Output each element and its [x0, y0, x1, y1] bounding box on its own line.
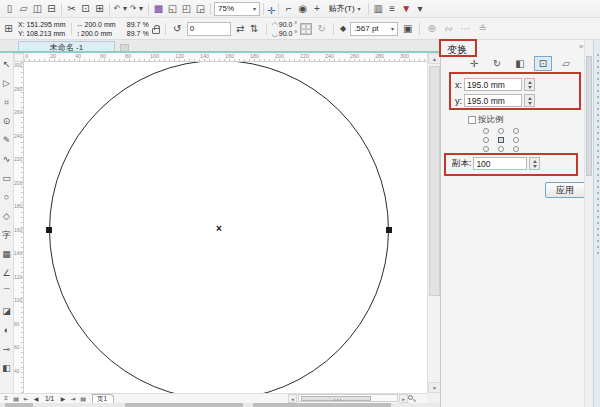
drawing-canvas[interactable]: × — [24, 62, 427, 393]
anchor-bottom-left[interactable] — [483, 146, 489, 152]
anchor-right[interactable] — [513, 137, 519, 143]
anchor-top[interactable] — [498, 128, 504, 134]
zoom-tool-icon[interactable]: ⊙ — [1, 112, 13, 131]
snap-to-dropdown[interactable]: 贴齐(T) ▾ — [324, 2, 364, 16]
pick-tool-icon[interactable]: ↖ — [1, 55, 13, 74]
mirror-vertical-icon[interactable]: ⇅ — [248, 22, 261, 36]
transform-scale-mirror-icon[interactable]: ◧ — [511, 56, 529, 71]
transform-skew-icon[interactable]: ▱ — [557, 56, 575, 71]
dimension-tool-icon[interactable]: ∠ — [1, 264, 13, 283]
paste-icon[interactable]: ⊞ — [93, 2, 106, 16]
launch-app-icon[interactable]: ◱ — [166, 2, 179, 16]
transform-size-icon[interactable]: ⊡ — [534, 56, 552, 71]
proportional-checkbox[interactable] — [468, 116, 476, 124]
selection-handle-left[interactable] — [46, 227, 52, 233]
polygon-tool-icon[interactable]: ◇ — [1, 207, 13, 226]
page-border-icon[interactable]: ⌐ — [282, 2, 295, 16]
more-icon[interactable]: ⋯ — [459, 22, 472, 36]
apply-button[interactable]: 应用 — [545, 182, 585, 198]
pan-icon[interactable]: ✛ — [267, 5, 275, 16]
zoom-level-combo[interactable]: 75% ▾ — [214, 2, 260, 16]
page-tab[interactable]: 页1 — [92, 394, 114, 403]
anchor-bottom-right[interactable] — [513, 146, 519, 152]
duplicate-icon[interactable]: ◰ — [180, 2, 193, 16]
horizontal-ruler[interactable]: 0204060801001201401601802002202402602803… — [24, 53, 427, 62]
next-page-icon[interactable]: ▶ — [59, 395, 67, 402]
undo-dropdown-icon[interactable]: ▾ — [121, 2, 129, 16]
anchor-center[interactable] — [498, 137, 504, 143]
change-direction-icon[interactable]: ↻ — [315, 22, 328, 36]
connector-tool-icon[interactable]: ⌒ — [1, 283, 13, 302]
preview-icon[interactable]: ◉ — [296, 2, 309, 16]
docker-collapse-icon[interactable]: » — [579, 42, 583, 51]
quick-customize-icon[interactable]: ≗ — [476, 22, 489, 36]
open-icon[interactable]: ▱ — [17, 2, 30, 16]
canvas-vertical-scrollbar[interactable]: ▲ ▼ — [427, 53, 440, 393]
snap-crosshair-icon[interactable]: + — [310, 2, 323, 16]
save-icon[interactable]: ◫ — [31, 2, 44, 16]
drop-shadow-tool-icon[interactable]: ◪ — [1, 302, 13, 321]
wrap-text-icon[interactable]: ▣ — [401, 22, 414, 36]
copy-icon[interactable]: ⊡ — [79, 2, 92, 16]
prev-page-icon[interactable]: ◀ — [32, 395, 40, 402]
add-page-start-icon[interactable]: ▤ — [12, 395, 20, 402]
mirror-horizontal-icon[interactable]: ⇄ — [234, 22, 247, 36]
scale-fields[interactable]: 89.7 % 89.7 % — [119, 20, 149, 38]
last-page-icon[interactable]: ⇥ — [69, 395, 77, 402]
rotation-angle-input[interactable] — [187, 22, 231, 36]
crop-tool-icon[interactable]: ⌗ — [1, 93, 13, 112]
horizontal-scroll-thumb[interactable] — [301, 396, 371, 401]
eyedropper-tool-icon[interactable]: ⊸ — [1, 340, 13, 359]
undo-icon[interactable]: ↶ — [113, 2, 121, 16]
anchor-bottom[interactable] — [498, 146, 504, 152]
ellipse-tool-icon[interactable]: ○ — [1, 188, 13, 207]
anchor-top-left[interactable] — [483, 128, 489, 134]
image-adjust-icon[interactable]: ▥ — [372, 2, 385, 16]
trace-bitmap-icon[interactable]: ▩ — [152, 2, 165, 16]
lock-ratio-icon[interactable] — [152, 28, 160, 34]
canvas-horizontal-scrollbar[interactable] — [298, 394, 398, 402]
order-icon[interactable]: ∾ — [442, 22, 455, 36]
vertical-scroll-thumb[interactable] — [429, 66, 440, 296]
anchor-top-right[interactable] — [513, 128, 519, 134]
cut-icon[interactable]: ✂ — [65, 2, 78, 16]
text-tool-icon[interactable]: 字 — [1, 226, 13, 245]
selection-handle-right[interactable] — [386, 227, 392, 233]
vertical-ruler[interactable]: 300280260240220200180160140120100806040 — [14, 62, 24, 393]
ellipse-angle-fields[interactable]: ◠90.0 ° ◡90.0 ° — [272, 20, 297, 38]
object-position-fields[interactable]: X: 151.295 mm Y: 108.213 mm — [18, 20, 66, 38]
page-options-icon[interactable]: ≡ — [2, 395, 10, 402]
redo-dropdown-icon[interactable]: ▾ — [137, 2, 145, 16]
options-icon[interactable]: ≡ — [386, 2, 399, 16]
docker-tab-strip[interactable] — [593, 40, 600, 407]
navigator-magnifier-icon[interactable] — [407, 394, 416, 403]
transform-position-icon[interactable]: ✛ — [465, 56, 483, 71]
interactive-fill-tool-icon[interactable]: ◧ — [1, 359, 13, 378]
align-icon[interactable]: ⊕ — [425, 22, 438, 36]
object-center-marker[interactable]: × — [213, 223, 225, 235]
docker-scrollbar[interactable] — [584, 40, 593, 407]
angle-spinner-grid[interactable] — [300, 23, 312, 35]
outline-width-combo[interactable]: .567 pt ▾ — [350, 22, 398, 36]
add-page-end-icon[interactable]: ▤ — [79, 395, 87, 402]
anchor-left[interactable] — [483, 137, 489, 143]
shape-tool-icon[interactable]: ▷ — [1, 74, 13, 93]
transform-rotate-icon[interactable]: ↻ — [488, 56, 506, 71]
object-size-fields[interactable]: ↔200.0 mm ↕200.0 mm — [77, 20, 116, 38]
table-tool-icon[interactable]: ▦ — [1, 245, 13, 264]
artistic-media-tool-icon[interactable]: ∿ — [1, 150, 13, 169]
hscroll-left-icon[interactable]: ◂ — [288, 394, 297, 403]
launcher-dropdown-icon[interactable]: ▾ — [414, 2, 427, 16]
transparency-tool-icon[interactable]: ◐ — [1, 321, 13, 340]
launcher-red-icon[interactable]: ▼ — [400, 2, 413, 16]
ruler-label: 60 — [14, 344, 23, 368]
redo-icon[interactable]: ↷ — [129, 2, 137, 16]
new-document-icon[interactable]: ▯ — [3, 2, 16, 16]
export-icon[interactable]: ◲ — [194, 2, 207, 16]
freehand-tool-icon[interactable]: ✎ — [1, 131, 13, 150]
rectangle-tool-icon[interactable]: ▭ — [1, 169, 13, 188]
first-page-icon[interactable]: ⇤ — [22, 395, 30, 402]
ruler-origin-corner[interactable] — [14, 53, 24, 62]
object-position-icon: ⊞ — [2, 22, 15, 36]
print-icon[interactable]: ⊟ — [45, 2, 58, 16]
